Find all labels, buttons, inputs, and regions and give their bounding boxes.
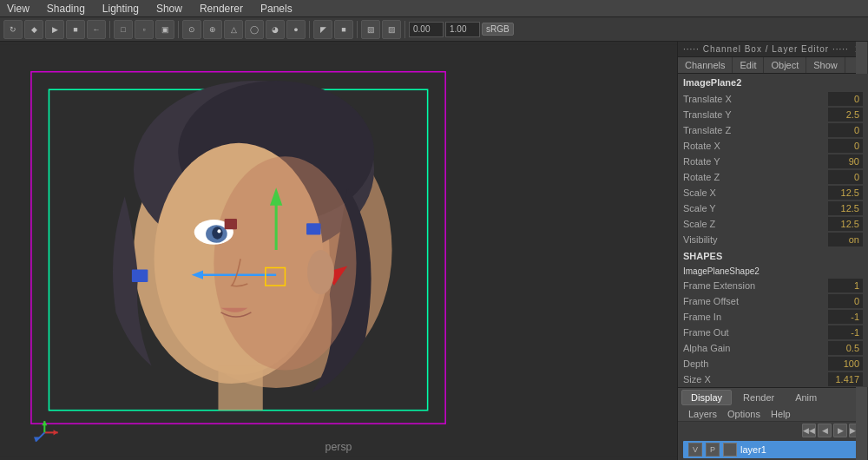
toolbar-icon-16[interactable]: ■ — [334, 20, 353, 39]
layer-name: layer1 — [740, 444, 858, 455]
toolbar-icon-1[interactable]: ↻ — [3, 20, 23, 39]
tab-display[interactable]: Display — [681, 390, 732, 405]
attr-visibility[interactable]: Visibility on — [678, 232, 868, 247]
shapes-title: SHAPES — [678, 247, 868, 265]
toolbar-icon-12[interactable]: ◯ — [245, 20, 264, 39]
attr-frame-offset[interactable]: Frame Offset 0 — [678, 293, 868, 309]
toolbar-separator-5 — [404, 21, 405, 38]
attr-translate-x[interactable]: Translate X 0 — [678, 91, 868, 107]
tab-edit[interactable]: Edit — [733, 57, 764, 73]
toolbar-icon-4[interactable]: ■ — [66, 20, 85, 39]
viewport[interactable]: persp — [0, 42, 677, 460]
toolbar-icon-11[interactable]: △ — [224, 20, 243, 39]
toolbar-separator-3 — [309, 21, 310, 38]
layer-v-button[interactable]: V — [688, 443, 702, 457]
menu-show[interactable]: Show — [153, 3, 186, 15]
svg-rect-23 — [218, 365, 262, 410]
attr-rotate-y[interactable]: Rotate Y 90 — [678, 154, 868, 169]
toolbar-icon-13[interactable]: ◕ — [266, 20, 285, 39]
channel-tabs: Channels Edit Object Show — [678, 57, 868, 74]
svg-text:persp: persp — [326, 441, 352, 453]
attr-rotate-z[interactable]: Rotate Z 0 — [678, 169, 868, 185]
svg-rect-14 — [225, 219, 237, 229]
shape-name: ImagePlaneShape2 — [678, 265, 868, 278]
help-menu[interactable]: Help — [766, 409, 796, 419]
svg-point-12 — [217, 229, 220, 233]
svg-rect-15 — [306, 223, 320, 234]
attr-translate-y[interactable]: Translate Y 2.5 — [678, 107, 868, 122]
toolbar-value1[interactable] — [409, 22, 444, 37]
tab-show[interactable]: Show — [806, 57, 845, 73]
options-menu[interactable]: Options — [722, 409, 766, 419]
toolbar: ↻ ◆ ▶ ■ ← □ ▫ ▣ ⊙ ⊕ △ ◯ ◕ ● ◤ ■ ▧ ▨ sRGB — [0, 17, 868, 42]
layers-menu[interactable]: Layers — [683, 409, 722, 419]
toolbar-icon-3[interactable]: ▶ — [45, 20, 64, 39]
attr-frame-extension[interactable]: Frame Extension 1 — [678, 278, 868, 293]
toolbar-icon-18[interactable]: ▨ — [382, 20, 401, 39]
layers-nav: ◀◀ ◀ ▶ ▶▶ — [678, 422, 868, 439]
attr-size-x[interactable]: Size X 1.417 — [678, 371, 868, 387]
scene-svg: persp — [0, 42, 677, 460]
attr-frame-in[interactable]: Frame In -1 — [678, 309, 868, 325]
attr-rotate-x[interactable]: Rotate X 0 — [678, 138, 868, 154]
layer1-row[interactable]: V P layer1 — [683, 441, 863, 458]
svg-rect-13 — [132, 270, 148, 282]
toolbar-icon-14[interactable]: ● — [286, 20, 306, 39]
attr-translate-z[interactable]: Translate Z 0 — [678, 122, 868, 138]
attr-scale-z[interactable]: Scale Z 12.5 — [678, 216, 868, 232]
toolbar-icon-6[interactable]: □ — [114, 20, 133, 39]
menu-bar: View Shading Lighting Show Renderer Pane… — [0, 0, 868, 17]
toolbar-separator-2 — [178, 21, 179, 38]
attr-scale-y[interactable]: Scale Y 12.5 — [678, 200, 868, 216]
tab-anim[interactable]: Anim — [786, 390, 826, 405]
nav-prev-prev[interactable]: ◀◀ — [802, 424, 816, 437]
layer-color-swatch[interactable] — [723, 443, 737, 457]
object-name: ImagePlane2 — [678, 74, 868, 91]
channel-content[interactable]: ImagePlane2 Translate X 0 Translate Y 2.… — [678, 74, 868, 387]
menu-panels[interactable]: Panels — [257, 3, 296, 15]
panel-title: ····· Channel Box / Layer Editor ····· ✕ — [678, 42, 868, 57]
toolbar-icon-5[interactable]: ← — [87, 20, 106, 39]
menu-lighting[interactable]: Lighting — [99, 3, 142, 15]
svg-point-22 — [307, 250, 334, 294]
attr-frame-out[interactable]: Frame Out -1 — [678, 325, 868, 340]
toolbar-icon-10[interactable]: ⊕ — [203, 20, 222, 39]
toolbar-srgb[interactable]: sRGB — [482, 23, 514, 36]
nav-next[interactable]: ▶ — [833, 424, 847, 437]
layer-p-button[interactable]: P — [706, 443, 720, 457]
svg-point-11 — [212, 227, 222, 239]
bottom-tabs: Display Render Anim Layers Options Help … — [678, 387, 868, 460]
nav-prev[interactable]: ◀ — [818, 424, 832, 437]
tab-object[interactable]: Object — [764, 57, 806, 73]
toolbar-icon-2[interactable]: ◆ — [24, 20, 43, 39]
toolbar-icon-9[interactable]: ⊙ — [182, 20, 201, 39]
menu-shading[interactable]: Shading — [43, 3, 89, 15]
right-panel: Channel Box / Layer Editor ····· Channel… — [677, 42, 868, 460]
toolbar-separator-4 — [357, 21, 358, 38]
tab-channels[interactable]: Channels — [678, 57, 733, 73]
toolbar-value2[interactable] — [445, 22, 480, 37]
attr-depth[interactable]: Depth 100 — [678, 356, 868, 371]
display-tabs: Display Render Anim — [678, 388, 868, 407]
layers-options-bar: Layers Options Help — [678, 407, 868, 422]
attr-scale-x[interactable]: Scale X 12.5 — [678, 185, 868, 200]
panel-title-text: ····· Channel Box / Layer Editor ····· — [683, 44, 849, 54]
toolbar-icon-8[interactable]: ▣ — [155, 20, 174, 39]
toolbar-icon-7[interactable]: ▫ — [135, 20, 154, 39]
toolbar-separator-1 — [109, 21, 110, 38]
main-layout: persp Channel Box / Layer Editor ····· C… — [0, 42, 868, 460]
toolbar-icon-17[interactable]: ▧ — [361, 20, 380, 39]
tab-render[interactable]: Render — [733, 390, 784, 405]
toolbar-icon-15[interactable]: ◤ — [313, 20, 332, 39]
attr-alpha-gain[interactable]: Alpha Gain 0.5 — [678, 340, 868, 356]
menu-renderer[interactable]: Renderer — [196, 3, 247, 15]
menu-view[interactable]: View — [3, 3, 33, 15]
svg-point-8 — [214, 156, 356, 370]
